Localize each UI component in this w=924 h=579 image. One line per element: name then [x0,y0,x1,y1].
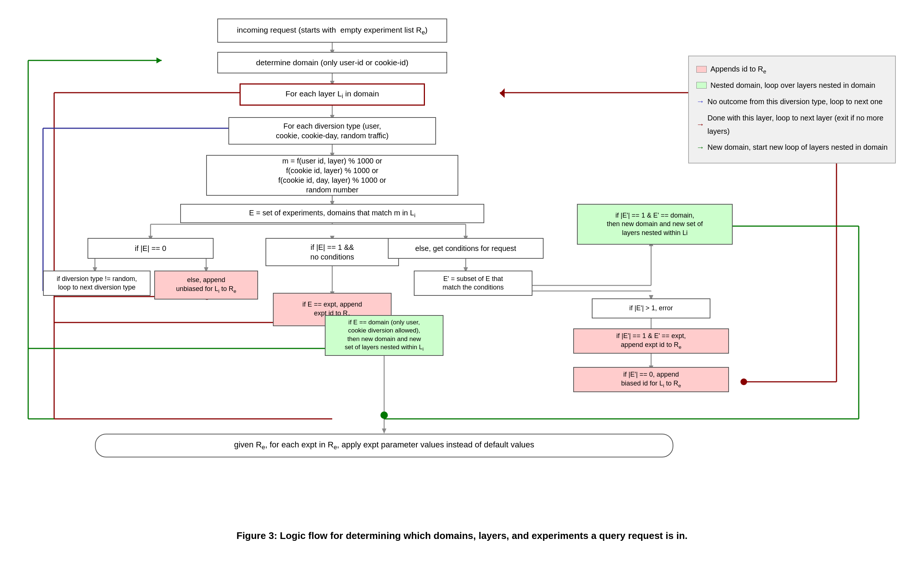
legend-text-darkred: Done with this layer, loop to next layer… [708,111,888,138]
legend-color-green [696,82,707,88]
diagram: incoming request (starts with empty expe… [21,11,903,523]
if-diversion-box: if diversion type != random,loop to next… [43,271,150,296]
else-get-cond-box: else, get conditions for request [388,238,544,259]
legend-text-darkgreen: New domain, start new loop of layers nes… [708,141,888,154]
caption-text: Figure 3: Logic flow for determining whi… [237,530,688,541]
bottom-box: given Re, for each expt in Re, apply exp… [95,434,673,457]
if-diversion-text: if diversion type != random,loop to next… [57,275,137,292]
svg-marker-55 [500,88,505,98]
for-each-diversion-text: For each diversion type (user,cookie, co… [276,121,389,141]
legend-color-pink [696,66,707,73]
bottom-text: given Re, for each expt in Re, apply exp… [234,440,534,451]
if-e-prime-1expt-box: if |E'| == 1 & E' == expt,append expt id… [573,329,729,353]
for-each-layer-box: For each layer Li in domain [240,83,425,106]
set-e-text: E = set of experiments, domains that mat… [249,208,415,219]
svg-marker-41 [382,429,386,434]
legend-item-darkred: → Done with this layer, loop to next lay… [696,111,888,138]
figure-caption: Figure 3: Logic flow for determining whi… [237,530,688,541]
else-append-unbiased-text: else, appendunbiased for Li to Re [176,276,237,294]
svg-point-51 [741,378,747,385]
hash-text: m = f(user id, layer) % 1000 orf(cookie … [278,156,386,195]
if-e-domain-box: if E == domain (only user,cookie diversi… [325,315,443,356]
if-e0-text: if |E| == 0 [135,244,167,253]
if-e-prime-1expt-text: if |E'| == 1 & E' == expt,append expt id… [616,332,685,350]
if-e-prime-domain-text: if |E'| == 1 & E' == domain,then new dom… [607,211,703,237]
set-e-box: E = set of experiments, domains that mat… [180,204,484,223]
legend-text-green: Nested domain, loop over layers nested i… [710,79,875,92]
if-e1-text: if |E| == 1 &&no conditions [310,242,354,262]
legend-arrow-darkgreen: → [696,140,705,155]
legend-item-pink: Appends id to Re [696,62,888,76]
e-prime-text: E' = subset of E thatmatch the condition… [442,275,504,292]
if-e-prime-0-box: if |E'| == 0, appendbiased id for Li to … [573,367,729,392]
incoming-text: incoming request (starts with empty expe… [237,25,427,37]
legend-arrow-darkred: → [696,117,705,132]
determine-text: determine domain (only user-id or cookie… [256,57,409,67]
if-e-domain-text: if E == domain (only user,cookie diversi… [345,319,424,352]
for-each-layer-text: For each layer Li in domain [286,88,379,100]
if-e0-box: if |E| == 0 [88,238,214,259]
if-e-prime-gt1-box: if |E'| > 1, error [592,298,710,319]
if-e1-box: if |E| == 1 &&no conditions [265,238,399,266]
else-get-cond-text: else, get conditions for request [415,244,516,253]
if-e-prime-domain-box: if |E'| == 1 & E' == domain,then new dom… [577,204,733,245]
if-e-prime-0-text: if |E'| == 0, appendbiased id for Li to … [621,370,681,389]
legend-text-blue: No outcome from this diversion type, loo… [708,95,883,108]
svg-marker-67 [157,57,162,64]
if-e-prime-gt1-text: if |E'| > 1, error [629,304,672,312]
legend-item-blue: → No outcome from this diversion type, l… [696,94,888,109]
incoming-request-box: incoming request (starts with empty expe… [217,18,447,43]
legend-text-pink: Appends id to Re [710,62,766,76]
legend-item-darkgreen: → New domain, start new loop of layers n… [696,140,888,155]
e-prime-box: E' = subset of E thatmatch the condition… [414,271,532,296]
svg-point-39 [380,411,388,419]
legend-arrow-blue: → [696,94,705,109]
legend-item-green: Nested domain, loop over layers nested i… [696,79,888,92]
else-append-unbiased-box: else, appendunbiased for Li to Re [154,271,258,299]
legend: Appends id to Re Nested domain, loop ove… [688,56,896,164]
determine-domain-box: determine domain (only user-id or cookie… [217,52,447,74]
hash-func-box: m = f(user id, layer) % 1000 orf(cookie … [206,155,458,196]
for-each-diversion-box: For each diversion type (user,cookie, co… [228,117,436,145]
